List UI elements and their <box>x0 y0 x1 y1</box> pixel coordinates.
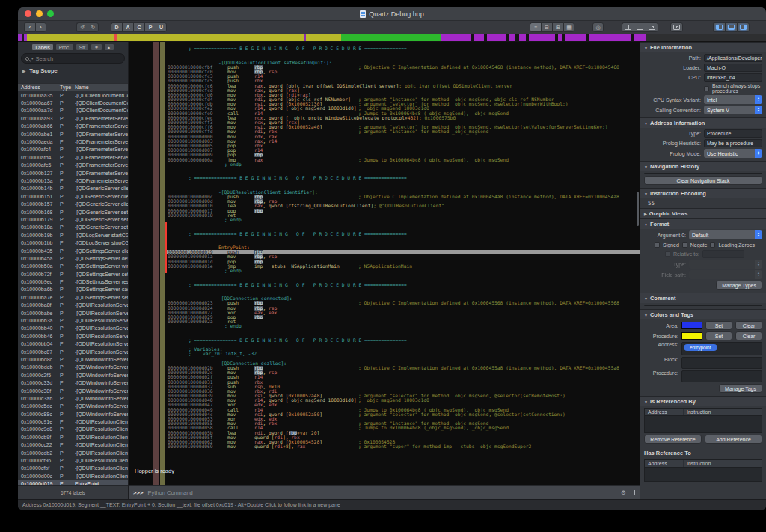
pseudocode-view-button[interactable]: ⊞ <box>552 22 563 32</box>
label-row[interactable]: 0x10000afc4P-[QDFramemeterServer set… <box>18 146 128 153</box>
label-row[interactable]: 0x10000b14bP-[QDGenericServer clientWi… <box>18 185 128 192</box>
mode-button-a[interactable]: A <box>122 22 133 32</box>
label-row[interactable]: 0x10000afe5P-[QDFramemeterServer initi… <box>18 162 128 169</box>
minimap-segment[interactable] <box>341 34 441 41</box>
label-row[interactable]: 0x10000d00cP-[QDUIResolutionClient ide… <box>18 472 128 480</box>
label-row[interactable]: 0x10000cc22P-[QDUIResolutionClient per… <box>18 441 128 449</box>
redo-button[interactable]: ↻ <box>88 22 99 32</box>
sidebar-tab-labels[interactable]: Labels <box>31 43 53 51</box>
label-row[interactable]: 0x10000b127P-[QDFramemeterServer fra… <box>18 169 128 177</box>
comment-header[interactable]: ▼ Comment <box>640 293 766 303</box>
label-row[interactable]: 0x10000b1bbP-[QDLogServer stopCGLog… <box>18 239 128 246</box>
area-clear-button[interactable]: Clear <box>735 321 762 330</box>
label-row[interactable]: 0x10000bc87P-[QDUIResolutionServer set… <box>18 348 128 355</box>
assembly-view-button[interactable]: ≡ <box>530 22 541 32</box>
branch-stops-checkbox[interactable] <box>704 86 709 91</box>
block-tags-box[interactable] <box>681 357 762 369</box>
minimap-segment[interactable] <box>646 34 766 41</box>
label-row[interactable]: 0x10000bb40P-[QDUIResolutionServer set… <box>18 325 128 332</box>
label-row[interactable]: 0x10000b9ecP-[QDSettingsServer resetC… <box>18 278 128 285</box>
split-vertical-button[interactable] <box>622 22 634 32</box>
minimap-segment[interactable] <box>509 34 515 41</box>
label-row[interactable]: 0x10000cfbfP-[QDUIResolutionClient set… <box>18 465 128 472</box>
minimap-segment[interactable] <box>565 34 586 41</box>
label-row[interactable]: 0x10000c2f5P-[QDWindowInfoServer win… <box>18 371 128 379</box>
split-horizontal-button[interactable] <box>634 22 646 32</box>
cfg-view-button[interactable]: ⊟ <box>541 22 552 32</box>
navigation-history-list[interactable] <box>644 173 762 174</box>
entrypoint-tag[interactable]: entrypoint <box>684 344 717 351</box>
column-address[interactable]: Address <box>21 85 60 90</box>
remove-reference-button[interactable]: Remove Reference <box>644 435 702 444</box>
transform-button[interactable]: ◎ <box>592 22 604 32</box>
area-color-swatch[interactable] <box>681 322 702 329</box>
segment-minimap[interactable] <box>18 34 766 42</box>
label-row[interactable]: 0x10000b72fP-[QDSettingsServer setWin… <box>18 270 128 278</box>
label-row[interactable]: 0x10000c38fP-[QDWindowInfoServer sha… <box>18 387 128 394</box>
sidebar-tab-tags-icon[interactable]: ∗ <box>91 43 102 51</box>
label-row[interactable]: 0x10000c33dP-[QDWindowInfoServer win… <box>18 379 128 386</box>
label-row[interactable]: 0x10000aa93P-[QDFramemeterServer init] <box>18 114 128 122</box>
label-row[interactable]: 0x10000b18aP-[QDGenericServer setServ… <box>18 224 128 231</box>
add-reference-button[interactable]: Add Reference <box>705 435 762 444</box>
minimap-segment[interactable] <box>306 34 341 41</box>
negate-checkbox[interactable] <box>682 242 687 248</box>
gear-icon[interactable]: ⚙ <box>621 489 626 496</box>
label-row[interactable]: 0x10000ab66P-[QDFramemeterServer dea… <box>18 123 128 130</box>
disassembly-pane[interactable]: ; =============== B E G I N N I N G O F … <box>129 42 640 485</box>
inspector-window-button[interactable] <box>670 22 683 32</box>
clear-navigation-stack-button[interactable]: Clear Navigation Stack <box>644 176 762 185</box>
signed-checkbox[interactable] <box>655 242 660 248</box>
cpu-syntax-select[interactable]: Intel▲▼ <box>704 95 762 104</box>
label-row[interactable]: 0x10000b157P-[QDGenericServer client] <box>18 200 128 207</box>
label-row[interactable]: 0x10000b435P-[QDSettingsServer clientDi… <box>18 247 128 254</box>
labels-table-header[interactable]: Address Type Name <box>18 83 128 91</box>
minimap-segment[interactable] <box>519 34 526 41</box>
label-row[interactable]: 0x10000c88cP-[QDWindowInfoServer rev… <box>18 410 128 418</box>
label-row[interactable]: 0x10000afd4P-[QDFramemeterServer hist… <box>18 153 128 161</box>
close-split-button[interactable] <box>646 22 658 32</box>
minimap-segment[interactable] <box>589 34 631 41</box>
minimize-window-button[interactable] <box>36 10 43 17</box>
minimap-segment[interactable] <box>27 34 114 41</box>
is-referenced-by-table[interactable]: AddressInstruction <box>644 408 762 433</box>
label-row[interactable]: 0x10000c91eP-[QDUIResolutionClient init] <box>18 418 128 425</box>
label-row[interactable]: 0x10000ba8fP-[QDUIResolutionServer cli… <box>18 302 128 309</box>
label-row[interactable]: 0x10000c3abP-[QDWindowInfoServer cap… <box>18 394 128 402</box>
navigate-back-button[interactable]: ‹ <box>24 22 35 32</box>
label-row[interactable]: 0x10000bb54P-[QDUIResolutionServer en… <box>18 340 128 348</box>
label-row[interactable]: 0x10000c9d8P-[QDUIResolutionClient win… <box>18 426 128 433</box>
label-row[interactable]: 0x10000bb3aP-[QDUIResolutionServer rea… <box>18 317 128 324</box>
loader-field[interactable]: Mach-O <box>704 64 762 72</box>
graphic-views-header[interactable]: ▶ Graphic Views <box>640 209 766 218</box>
address-information-header[interactable]: ▼ Address Information <box>640 118 766 128</box>
navigation-history-header[interactable]: ▼ Navigation History <box>640 162 766 171</box>
sidebar-tab-problems-icon[interactable]: ● <box>104 43 114 51</box>
address-tags-box[interactable]: entrypoint <box>681 342 762 355</box>
label-row[interactable]: 0x10000ba6bP-[QDSettingsServer cached… <box>18 286 128 293</box>
sidebar-tab-str[interactable]: Str <box>76 43 89 51</box>
label-row[interactable]: 0x10000b151P-[QDGenericServer clientDi… <box>18 192 128 200</box>
search-input[interactable]: ▾ Search <box>21 53 125 64</box>
cpu-field[interactable]: intel/x86_64 <box>704 73 762 82</box>
label-row[interactable]: 0x10000cb9fP-[QDUIResolutionClient set… <box>18 433 128 441</box>
trash-icon[interactable] <box>631 490 635 495</box>
label-row[interactable]: 0x10000bb46P-[QDUIResolutionServer sc… <box>18 332 128 340</box>
label-row[interactable]: 0x10000bdebP-[QDWindowInfoServer win… <box>18 364 128 371</box>
format-header[interactable]: ▼ Format <box>640 219 766 229</box>
python-command-input[interactable]: Python Command <box>148 489 616 496</box>
column-name[interactable]: Name <box>75 85 128 90</box>
instruction-encoding-header[interactable]: ▼ Instruction Encoding <box>640 189 766 198</box>
toggle-right-panel-button[interactable] <box>737 22 750 32</box>
procedure-clear-button[interactable]: Clear <box>735 331 762 340</box>
label-row[interactable]: 0x10000aa7dP-[QDClientDocumentContro… <box>18 107 128 114</box>
area-set-button[interactable]: Set <box>705 321 732 330</box>
label-row[interactable]: 0x10000cdb2P-[QDUIResolutionClient set… <box>18 449 128 456</box>
zoom-window-button[interactable] <box>47 10 54 17</box>
calling-convention-select[interactable]: System V▲▼ <box>704 106 762 114</box>
file-information-header[interactable]: ▼ File Information <box>640 43 766 52</box>
undo-button[interactable]: ↺ <box>76 22 88 32</box>
manage-types-button[interactable]: Manage Types <box>716 281 762 290</box>
leading-zeroes-checkbox[interactable] <box>710 242 715 248</box>
tag-scope-disclosure[interactable]: ▶ Tag Scope <box>18 65 128 76</box>
